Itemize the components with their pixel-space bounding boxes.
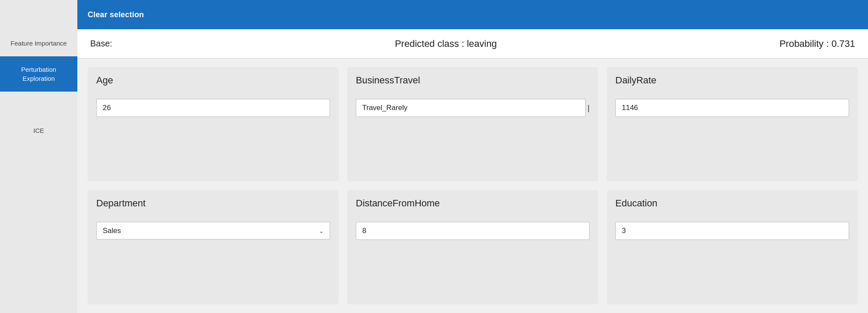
info-bar: Base: Predicted class : leaving Probabil… [77, 29, 868, 58]
sidebar: Feature Importance PerturbationExplorati… [0, 0, 77, 313]
education-input-wrapper [615, 222, 849, 240]
distance-from-home-input[interactable] [356, 222, 590, 240]
daily-rate-input-wrapper [615, 99, 849, 117]
daily-rate-input[interactable] [615, 99, 849, 117]
age-input-wrapper [96, 99, 330, 117]
probability-label: Probability : 0.731 [779, 38, 855, 49]
age-input[interactable] [96, 99, 330, 117]
education-card: Education [607, 190, 858, 304]
text-cursor-icon: | [587, 104, 590, 113]
department-card: Department Sales Research & Development … [88, 190, 339, 304]
cards-area: Age BusinessTravel | DailyRate Departmen… [77, 58, 868, 313]
department-select[interactable]: Sales Research & Development Human Resou… [96, 222, 330, 239]
age-card-title: Age [96, 75, 330, 86]
sidebar-item-feature-importance-label: Feature Importance [11, 40, 67, 47]
daily-rate-card: DailyRate [607, 67, 858, 181]
business-travel-input-wrapper: | [356, 99, 590, 117]
top-bar: Clear selection [77, 0, 868, 29]
education-input[interactable] [615, 222, 849, 240]
main-content: Clear selection Base: Predicted class : … [77, 0, 868, 313]
distance-from-home-input-wrapper [356, 222, 590, 240]
business-travel-card-title: BusinessTravel [356, 75, 590, 86]
age-card: Age [88, 67, 339, 181]
base-label: Base: [90, 39, 112, 49]
business-travel-input[interactable] [356, 99, 586, 117]
sidebar-item-feature-importance[interactable]: Feature Importance [0, 30, 77, 56]
sidebar-item-perturbation-exploration[interactable]: PerturbationExploration [0, 56, 77, 92]
sidebar-item-perturbation-exploration-label: PerturbationExploration [21, 66, 56, 82]
sidebar-item-ice[interactable]: ICE [0, 117, 77, 144]
sidebar-item-ice-label: ICE [33, 127, 44, 134]
department-select-wrapper: Sales Research & Development Human Resou… [96, 222, 330, 239]
daily-rate-card-title: DailyRate [615, 75, 849, 86]
distance-from-home-card: DistanceFromHome [347, 190, 598, 304]
education-card-title: Education [615, 198, 849, 209]
business-travel-card: BusinessTravel | [347, 67, 598, 181]
distance-from-home-card-title: DistanceFromHome [356, 198, 590, 209]
predicted-class-label: Predicted class : leaving [138, 38, 754, 49]
department-card-title: Department [96, 198, 330, 209]
clear-selection-button[interactable]: Clear selection [88, 10, 144, 19]
